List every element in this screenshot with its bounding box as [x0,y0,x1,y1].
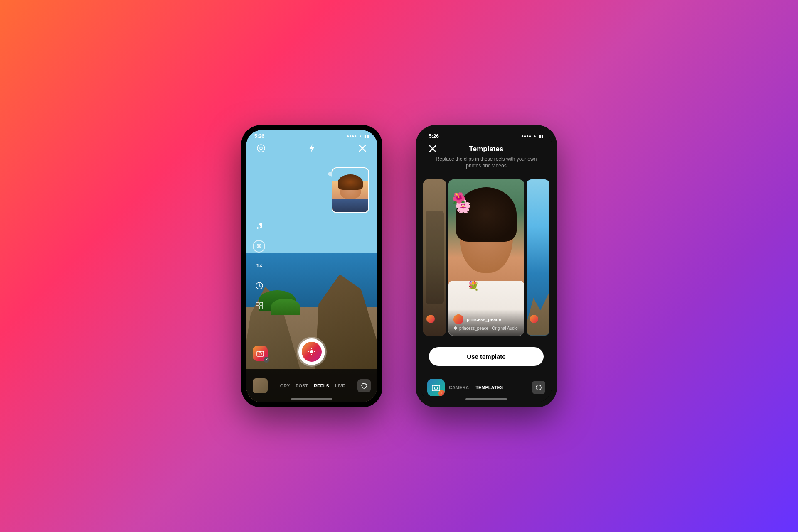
status-bar-2: 5:26 ●●●● ▲ ▮▮ [421,130,552,141]
tab-reels[interactable]: REELS [314,383,329,388]
camera-nav-tabs: ORY POST REELS LIVE [280,383,345,388]
template-avatar [453,314,463,324]
svg-rect-22 [454,327,455,329]
camera-badge-icon: + [438,390,445,396]
svg-rect-9 [260,302,263,305]
templates-flip-icon[interactable] [532,381,545,394]
tab-story[interactable]: ORY [280,383,290,388]
svg-rect-12 [257,351,264,356]
svg-point-15 [310,350,313,353]
svg-marker-2 [309,144,314,152]
camera-bottom-nav: ORY POST REELS LIVE [246,369,377,402]
status-bar-1: 5:26 ●●●● ▲ ▮▮ [246,130,377,141]
tab-live[interactable]: LIVE [335,383,345,388]
shutter-button[interactable] [298,338,325,365]
tab-post[interactable]: POST [296,383,308,388]
selfie-thumbnail[interactable] [332,167,369,213]
signal-icon-2: ●●●● [521,134,531,138]
flash-icon[interactable] [305,142,318,155]
svg-rect-23 [455,326,456,330]
svg-rect-11 [260,306,263,309]
settings-icon[interactable] [254,142,268,155]
svg-rect-24 [456,327,457,329]
template-username: princess_peace [467,317,501,322]
status-time-1: 5:26 [254,133,264,139]
speed-icon[interactable]: 1× [253,259,266,272]
wifi-icon-2: ▲ [533,134,537,138]
svg-point-26 [435,387,438,390]
svg-point-0 [257,145,265,152]
camera-sidebar: 30 1× [253,220,266,312]
tab-templates[interactable]: TEMPLATES [475,385,503,390]
use-template-area: Use template [421,341,552,373]
templates-camera-icon[interactable]: + [427,379,445,396]
templates-nav: CAMERA TEMPLATES [449,385,503,390]
close-icon[interactable] [356,142,369,155]
templates-title: Templates [429,145,544,153]
vegetation-2 [271,299,300,315]
status-time-2: 5:26 [429,133,439,139]
timer-icon[interactable]: 30 [253,240,265,253]
use-template-button[interactable]: Use template [429,347,544,366]
camera-app-icon[interactable]: ✕ [253,346,268,361]
template-card-main[interactable]: 🌸 🌺 💐 princess_peace [448,179,524,335]
flip-camera-icon[interactable] [357,379,371,392]
svg-point-13 [259,353,261,355]
svg-rect-8 [256,302,259,305]
svg-rect-27 [434,385,438,386]
svg-line-7 [259,286,261,287]
battery-icon: ▮▮ [364,134,369,138]
camera-topbar [246,142,377,155]
gallery-thumbnail[interactable] [253,378,268,393]
svg-rect-10 [256,306,259,309]
tab-camera[interactable]: CAMERA [449,385,469,390]
templates-subtitle: Replace the clips in these reels with yo… [429,156,544,170]
battery-icon-2: ▮▮ [539,134,544,138]
home-indicator-2 [466,398,507,400]
phone-templates: 5:26 ●●●● ▲ ▮▮ Templates Replace the cli… [416,125,557,407]
template-card-left[interactable] [423,179,446,335]
svg-rect-14 [259,351,261,352]
music-icon[interactable] [253,220,266,233]
template-audio: princess_peace · Original Audio [453,326,519,331]
template-card-right[interactable] [527,179,549,335]
clock-icon[interactable] [253,279,266,292]
templates-carousel: 🌸 🌺 💐 princess_peace [421,174,552,340]
remove-icon: ✕ [264,357,269,363]
layout-icon[interactable] [253,299,266,312]
signal-icon: ●●●● [347,134,357,138]
wifi-icon: ▲ [358,134,362,138]
svg-point-1 [260,147,262,150]
phone-camera: 5:26 ●●●● ▲ ▮▮ [241,125,382,407]
template-info: princess_peace princess_peace · Original… [448,309,524,336]
templates-close-button[interactable] [429,145,436,154]
home-indicator-1 [291,398,332,400]
